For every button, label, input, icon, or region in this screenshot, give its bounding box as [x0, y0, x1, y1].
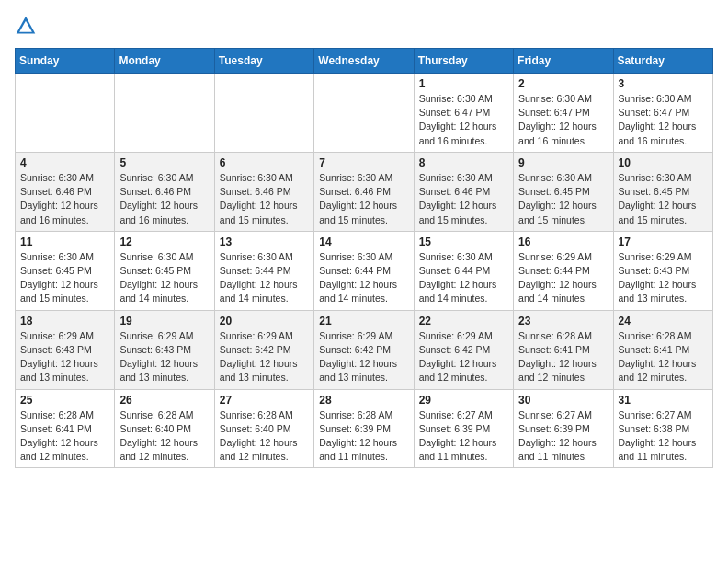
day-number: 26 — [119, 394, 209, 407]
day-info: Sunrise: 6:28 AMSunset: 6:41 PMDaylight:… — [619, 329, 708, 385]
calendar-table: SundayMondayTuesdayWednesdayThursdayFrid… — [15, 48, 713, 468]
day-info: Sunrise: 6:30 AMSunset: 6:44 PMDaylight:… — [419, 250, 508, 306]
calendar-cell: 18Sunrise: 6:29 AMSunset: 6:43 PMDayligh… — [16, 310, 115, 389]
day-number: 28 — [319, 394, 408, 407]
weekday-header-friday: Friday — [514, 49, 613, 74]
day-info: Sunrise: 6:29 AMSunset: 6:42 PMDaylight:… — [419, 329, 508, 385]
day-number: 13 — [220, 236, 309, 248]
day-number: 15 — [419, 236, 508, 248]
day-number: 23 — [518, 315, 608, 327]
week-row-5: 25Sunrise: 6:28 AMSunset: 6:41 PMDayligh… — [16, 389, 713, 468]
weekday-header-thursday: Thursday — [414, 49, 513, 74]
calendar-cell — [115, 74, 214, 153]
calendar-cell: 10Sunrise: 6:30 AMSunset: 6:45 PMDayligh… — [613, 152, 712, 231]
day-info: Sunrise: 6:30 AMSunset: 6:45 PMDaylight:… — [518, 171, 608, 227]
calendar-cell: 6Sunrise: 6:30 AMSunset: 6:46 PMDaylight… — [214, 152, 313, 231]
weekday-header-tuesday: Tuesday — [214, 49, 313, 74]
week-row-4: 18Sunrise: 6:29 AMSunset: 6:43 PMDayligh… — [16, 310, 713, 389]
day-number: 5 — [119, 156, 209, 169]
day-info: Sunrise: 6:30 AMSunset: 6:45 PMDaylight:… — [119, 250, 209, 306]
header — [15, 15, 713, 37]
weekday-header-saturday: Saturday — [613, 49, 712, 74]
day-info: Sunrise: 6:27 AMSunset: 6:38 PMDaylight:… — [619, 408, 708, 465]
calendar-cell: 30Sunrise: 6:27 AMSunset: 6:39 PMDayligh… — [514, 389, 613, 468]
calendar-cell: 4Sunrise: 6:30 AMSunset: 6:46 PMDaylight… — [16, 152, 115, 231]
calendar-cell: 16Sunrise: 6:29 AMSunset: 6:44 PMDayligh… — [514, 231, 613, 310]
calendar-cell: 17Sunrise: 6:29 AMSunset: 6:43 PMDayligh… — [613, 231, 712, 310]
calendar-cell: 26Sunrise: 6:28 AMSunset: 6:40 PMDayligh… — [115, 389, 214, 468]
day-info: Sunrise: 6:30 AMSunset: 6:47 PMDaylight:… — [518, 92, 608, 148]
day-info: Sunrise: 6:29 AMSunset: 6:43 PMDaylight:… — [619, 250, 708, 306]
weekday-header-wednesday: Wednesday — [314, 49, 414, 74]
week-row-3: 11Sunrise: 6:30 AMSunset: 6:45 PMDayligh… — [16, 231, 713, 310]
day-info: Sunrise: 6:30 AMSunset: 6:44 PMDaylight:… — [220, 250, 309, 306]
day-info: Sunrise: 6:29 AMSunset: 6:42 PMDaylight:… — [220, 329, 309, 385]
calendar-cell: 11Sunrise: 6:30 AMSunset: 6:45 PMDayligh… — [16, 231, 115, 310]
day-info: Sunrise: 6:28 AMSunset: 6:40 PMDaylight:… — [119, 408, 209, 465]
weekday-header-monday: Monday — [115, 49, 214, 74]
day-number: 1 — [419, 77, 508, 90]
calendar-cell — [314, 74, 414, 153]
calendar-cell: 8Sunrise: 6:30 AMSunset: 6:46 PMDaylight… — [414, 152, 513, 231]
day-number: 4 — [20, 156, 109, 169]
calendar-cell: 9Sunrise: 6:30 AMSunset: 6:45 PMDaylight… — [514, 152, 613, 231]
day-info: Sunrise: 6:29 AMSunset: 6:43 PMDaylight:… — [119, 329, 209, 385]
day-number: 20 — [220, 315, 309, 327]
calendar-cell — [16, 74, 115, 153]
week-row-2: 4Sunrise: 6:30 AMSunset: 6:46 PMDaylight… — [16, 152, 713, 231]
day-number: 22 — [419, 315, 508, 327]
calendar-cell: 25Sunrise: 6:28 AMSunset: 6:41 PMDayligh… — [16, 389, 115, 468]
calendar-cell: 28Sunrise: 6:28 AMSunset: 6:39 PMDayligh… — [314, 389, 414, 468]
calendar-cell: 31Sunrise: 6:27 AMSunset: 6:38 PMDayligh… — [613, 389, 712, 468]
weekday-header-row: SundayMondayTuesdayWednesdayThursdayFrid… — [16, 49, 713, 74]
day-number: 30 — [518, 394, 608, 407]
day-number: 25 — [20, 394, 109, 407]
calendar-cell: 14Sunrise: 6:30 AMSunset: 6:44 PMDayligh… — [314, 231, 414, 310]
calendar-cell: 23Sunrise: 6:28 AMSunset: 6:41 PMDayligh… — [514, 310, 613, 389]
day-number: 6 — [220, 156, 309, 169]
day-number: 10 — [619, 156, 708, 169]
day-info: Sunrise: 6:27 AMSunset: 6:39 PMDaylight:… — [518, 408, 608, 465]
day-number: 8 — [419, 156, 508, 169]
day-info: Sunrise: 6:30 AMSunset: 6:45 PMDaylight:… — [20, 250, 109, 306]
day-number: 24 — [619, 315, 708, 327]
day-info: Sunrise: 6:29 AMSunset: 6:42 PMDaylight:… — [319, 329, 408, 385]
day-info: Sunrise: 6:27 AMSunset: 6:39 PMDaylight:… — [419, 408, 508, 465]
day-number: 9 — [518, 156, 608, 169]
day-info: Sunrise: 6:28 AMSunset: 6:40 PMDaylight:… — [220, 408, 309, 465]
day-number: 11 — [20, 236, 109, 248]
day-number: 16 — [518, 236, 608, 248]
calendar-cell: 15Sunrise: 6:30 AMSunset: 6:44 PMDayligh… — [414, 231, 513, 310]
day-number: 7 — [319, 156, 408, 169]
calendar-cell: 29Sunrise: 6:27 AMSunset: 6:39 PMDayligh… — [414, 389, 513, 468]
calendar-cell: 24Sunrise: 6:28 AMSunset: 6:41 PMDayligh… — [613, 310, 712, 389]
week-row-1: 1Sunrise: 6:30 AMSunset: 6:47 PMDaylight… — [16, 74, 713, 153]
day-info: Sunrise: 6:30 AMSunset: 6:46 PMDaylight:… — [20, 171, 109, 227]
day-info: Sunrise: 6:30 AMSunset: 6:47 PMDaylight:… — [419, 92, 508, 148]
day-number: 12 — [119, 236, 209, 248]
calendar-cell: 7Sunrise: 6:30 AMSunset: 6:46 PMDaylight… — [314, 152, 414, 231]
day-info: Sunrise: 6:28 AMSunset: 6:39 PMDaylight:… — [319, 408, 408, 465]
day-info: Sunrise: 6:30 AMSunset: 6:44 PMDaylight:… — [319, 250, 408, 306]
calendar-cell: 2Sunrise: 6:30 AMSunset: 6:47 PMDaylight… — [514, 74, 613, 153]
calendar-cell: 22Sunrise: 6:29 AMSunset: 6:42 PMDayligh… — [414, 310, 513, 389]
calendar-cell: 13Sunrise: 6:30 AMSunset: 6:44 PMDayligh… — [214, 231, 313, 310]
day-info: Sunrise: 6:30 AMSunset: 6:46 PMDaylight:… — [319, 171, 408, 227]
day-info: Sunrise: 6:30 AMSunset: 6:45 PMDaylight:… — [619, 171, 708, 227]
day-number: 18 — [20, 315, 109, 327]
day-number: 2 — [518, 77, 608, 90]
day-info: Sunrise: 6:29 AMSunset: 6:43 PMDaylight:… — [20, 329, 109, 385]
calendar-cell — [214, 74, 313, 153]
day-info: Sunrise: 6:30 AMSunset: 6:46 PMDaylight:… — [419, 171, 508, 227]
day-info: Sunrise: 6:30 AMSunset: 6:46 PMDaylight:… — [119, 171, 209, 227]
generalblue-logo-icon — [15, 15, 37, 37]
calendar-cell: 27Sunrise: 6:28 AMSunset: 6:40 PMDayligh… — [214, 389, 313, 468]
day-number: 31 — [619, 394, 708, 407]
day-number: 21 — [319, 315, 408, 327]
calendar-cell: 19Sunrise: 6:29 AMSunset: 6:43 PMDayligh… — [115, 310, 214, 389]
day-info: Sunrise: 6:30 AMSunset: 6:46 PMDaylight:… — [220, 171, 309, 227]
day-number: 17 — [619, 236, 708, 248]
day-info: Sunrise: 6:29 AMSunset: 6:44 PMDaylight:… — [518, 250, 608, 306]
calendar-cell: 20Sunrise: 6:29 AMSunset: 6:42 PMDayligh… — [214, 310, 313, 389]
day-number: 29 — [419, 394, 508, 407]
